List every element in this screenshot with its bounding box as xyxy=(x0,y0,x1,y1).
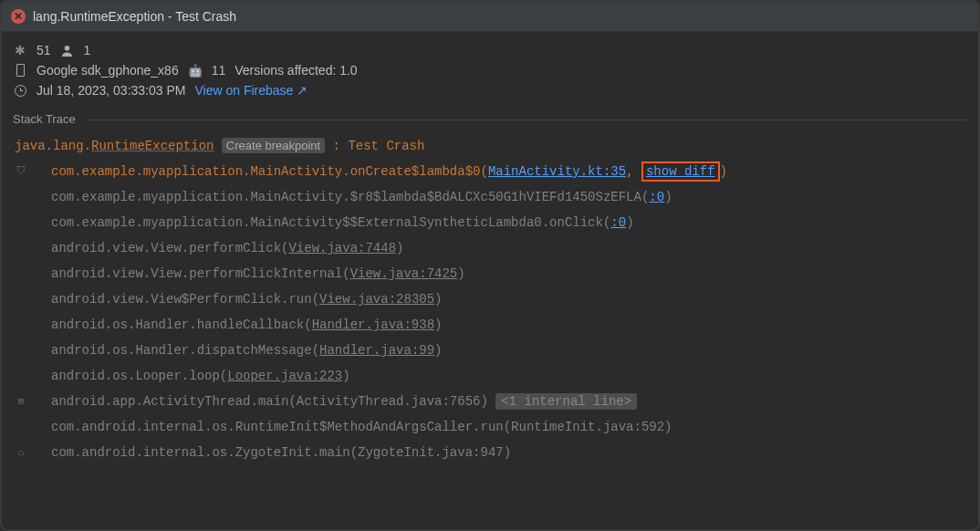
trace-text: android.os.Handler.handleCallback( xyxy=(51,318,312,332)
trace-line: ⌂com.android.internal.os.ZygoteInit.main… xyxy=(15,440,965,465)
trace-text: android.os.Looper.loop( xyxy=(51,369,227,383)
exception-line: java.lang.RuntimeException Create breakp… xyxy=(15,133,965,159)
counts-row: ✱ 51 1 xyxy=(13,43,967,57)
view-on-firebase-link[interactable]: View on Firebase ↗ xyxy=(194,83,308,98)
stack-trace-label: Stack Trace xyxy=(2,109,978,126)
crash-header: ✕ lang.RuntimeException - Test Crash xyxy=(2,2,978,32)
trace-text: android.view.View$PerformClick.run( xyxy=(51,292,319,307)
trace-line: android.os.Handler.dispatchMessage(Handl… xyxy=(15,338,965,363)
device-name: Google sdk_gphone_x86 xyxy=(36,63,179,78)
trace-text: android.view.View.performClick( xyxy=(51,241,288,255)
android-version: 11 xyxy=(212,63,226,78)
trace-text: com.android.internal.os.ZygoteInit.main(… xyxy=(51,445,511,460)
svg-point-0 xyxy=(65,45,70,50)
timestamp: Jul 18, 2023, 03:33:03 PM xyxy=(36,83,185,98)
trace-line: android.view.View$PerformClick.run(View.… xyxy=(15,286,965,312)
source-link[interactable]: :0 xyxy=(610,215,626,230)
stack-trace: java.lang.RuntimeException Create breakp… xyxy=(2,126,978,476)
trace-text: com.example.myapplication.MainActivity.$… xyxy=(51,190,649,204)
show-diff-link[interactable]: show diff xyxy=(641,161,720,182)
meta-section: ✱ 51 1 Google sdk_gphone_x86 🤖 11 Versio… xyxy=(2,32,978,109)
source-link[interactable]: MainActivity.kt:35 xyxy=(488,164,626,179)
source-link[interactable]: View.java:7425 xyxy=(350,266,458,281)
source-link[interactable]: :0 xyxy=(649,190,664,204)
source-link[interactable]: Handler.java:99 xyxy=(319,343,434,358)
trace-line: ⛉com.example.myapplication.MainActivity.… xyxy=(15,159,965,184)
trace-text: android.os.Handler.dispatchMessage( xyxy=(51,343,319,358)
source-link[interactable]: Handler.java:938 xyxy=(312,318,434,332)
trace-line: com.android.internal.os.RuntimeInit$Meth… xyxy=(15,414,965,440)
timestamp-row: Jul 18, 2023, 03:33:03 PM View on Fireba… xyxy=(13,83,967,98)
android-icon: 🤖 xyxy=(188,64,203,78)
trace-line: android.os.Looper.loop(Looper.java:223) xyxy=(15,363,965,389)
collapse-icon[interactable]: ⌂ xyxy=(15,446,27,459)
internal-lines-badge[interactable]: <1 internal line> xyxy=(495,393,637,410)
create-breakpoint-button[interactable]: Create breakpoint xyxy=(222,138,325,153)
versions-affected: Versions affected: 1.0 xyxy=(235,63,357,78)
trace-text: com.android.internal.os.RuntimeInit$Meth… xyxy=(51,420,672,434)
device-row: Google sdk_gphone_x86 🤖 11 Versions affe… xyxy=(13,63,967,78)
trace-text: com.example.myapplication.MainActivity.o… xyxy=(51,164,488,179)
user-icon xyxy=(60,43,75,57)
exception-class: java.lang.RuntimeException xyxy=(15,139,214,153)
source-link[interactable]: View.java:28305 xyxy=(319,292,434,307)
user-count: 1 xyxy=(84,43,91,57)
trace-text: android.view.View.performClickInternal( xyxy=(51,266,350,281)
source-link[interactable]: View.java:7448 xyxy=(288,241,396,255)
crash-count: 51 xyxy=(36,43,51,57)
trace-line: android.os.Handler.handleCallback(Handle… xyxy=(15,312,965,338)
trace-line: android.view.View.performClick(View.java… xyxy=(15,235,965,261)
trace-text: android.app.ActivityThread.main(Activity… xyxy=(51,394,495,409)
trace-text: com.example.myapplication.MainActivity$$… xyxy=(51,215,610,230)
clock-icon xyxy=(13,83,27,98)
trace-line: com.example.myapplication.MainActivity$$… xyxy=(15,210,965,235)
source-link[interactable]: Looper.java:223 xyxy=(227,369,342,383)
expand-icon[interactable]: ⊞ xyxy=(15,395,27,408)
crash-icon: ✱ xyxy=(13,43,27,57)
error-icon: ✕ xyxy=(11,9,26,24)
trace-line: ⊞android.app.ActivityThread.main(Activit… xyxy=(15,389,965,414)
trace-line: com.example.myapplication.MainActivity.$… xyxy=(15,184,965,210)
gutter-shield-icon: ⛉ xyxy=(15,165,27,178)
device-icon xyxy=(13,63,27,78)
header-title: lang.RuntimeException - Test Crash xyxy=(33,9,236,24)
exception-message: : Test Crash xyxy=(333,139,425,153)
trace-line: android.view.View.performClickInternal(V… xyxy=(15,261,965,286)
